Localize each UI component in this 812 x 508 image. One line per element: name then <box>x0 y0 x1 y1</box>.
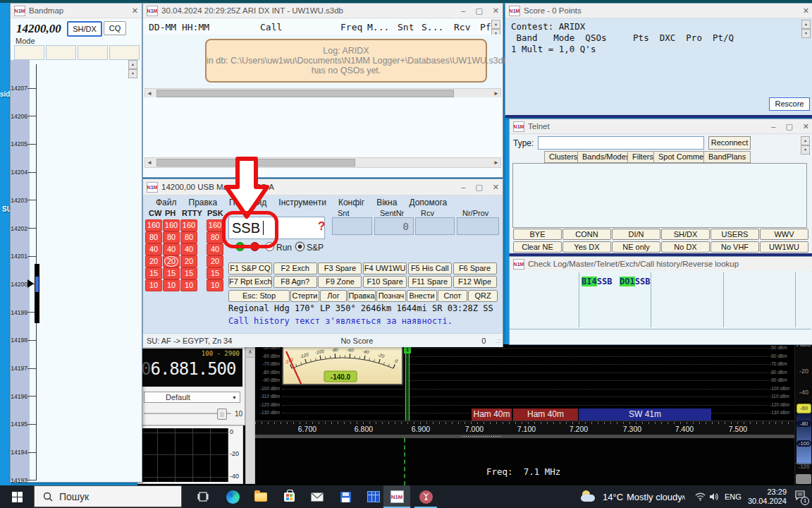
telnet-button-bye[interactable]: BYE <box>513 229 562 240</box>
n1mm-taskbar-icon[interactable]: N1M <box>383 485 410 508</box>
maximize-icon[interactable]: ▢ <box>785 120 792 133</box>
band-button-160[interactable]: 160 <box>163 219 180 231</box>
telnet-button-clear-ne[interactable]: Clear NE <box>513 241 562 253</box>
band-button-80[interactable]: 80 <box>180 231 197 243</box>
band-plan-box[interactable]: Ham 40m <box>472 409 512 421</box>
scroll-right-icon[interactable]: ► <box>492 90 500 97</box>
tray-chevron-icon[interactable]: ∧ <box>681 485 686 508</box>
notification-icon[interactable]: 1 <box>791 485 809 508</box>
check-callsign[interactable]: DO1SSB <box>620 277 650 286</box>
telnet-button-conn[interactable]: CONN <box>562 229 611 240</box>
band-button-10[interactable]: 10 <box>145 279 162 291</box>
log-column-header[interactable]: S... <box>422 22 443 32</box>
scroll-right-icon[interactable]: ► <box>492 159 500 166</box>
fkey-button-7[interactable]: F7 Rpt Exch <box>228 276 272 288</box>
language-indicator[interactable]: ENG <box>725 485 742 508</box>
telnet-button-no-vhf[interactable]: No VHF <box>710 241 759 253</box>
clock[interactable]: 23:29 30.04.2024 <box>744 485 787 508</box>
bandmap-mode-box[interactable] <box>46 45 76 60</box>
band-button-15[interactable]: 15 <box>163 267 180 279</box>
action-button-1[interactable]: Стерти <box>290 290 319 302</box>
spin-down-icon[interactable]: ▼ <box>128 69 137 78</box>
check-titlebar[interactable]: N1M Check Log/Master/Telnet/Exch/Call hi… <box>510 257 812 272</box>
score-titlebar[interactable]: N1M Score - 0 Points ✕ <box>505 4 812 18</box>
spin-up-icon[interactable]: ▲ <box>801 20 811 29</box>
range-gradient[interactable]: -80 -100 <box>796 413 811 464</box>
store-icon[interactable] <box>275 485 303 508</box>
cq-button[interactable]: CQ <box>104 21 126 35</box>
spin-down-icon[interactable]: ▼ <box>801 29 811 38</box>
fkey-button-11[interactable]: F11 Spare <box>408 276 452 288</box>
telnet-titlebar[interactable]: N1M Telnet – ▢ ✕ <box>510 119 812 134</box>
spin-up-icon[interactable]: ▲ <box>128 60 137 69</box>
maximize-icon[interactable]: ▢ <box>475 4 482 17</box>
menu-файл[interactable]: Файл <box>156 198 177 207</box>
maximize-icon[interactable]: ▢ <box>475 181 482 193</box>
log-column-header[interactable]: DD-MM HH:MM <box>149 22 209 32</box>
band-plan-box[interactable]: Ham 40m <box>513 409 578 421</box>
band-button-40[interactable]: 40 <box>207 243 223 255</box>
spin-up-icon[interactable]: ▲ <box>801 136 810 145</box>
weather-icon[interactable] <box>578 485 599 508</box>
telnet-button-ne-only[interactable]: NE only <box>612 241 660 253</box>
band-button-160[interactable]: 160 <box>180 219 197 231</box>
preset-dropdown[interactable]: Default ▼ <box>144 392 240 403</box>
close-icon[interactable]: ✕ <box>803 120 809 133</box>
band-button-160[interactable]: 160 <box>207 219 223 231</box>
waterfall[interactable]: Freq: 7.1 MHz <box>255 438 794 485</box>
shdx-button[interactable]: SH/DX <box>67 21 102 37</box>
scroll-up-icon[interactable]: ∧ <box>246 346 254 358</box>
scroll-left-icon[interactable]: ◄ <box>145 159 154 166</box>
telnet-type-input[interactable] <box>538 136 704 150</box>
band-button-40[interactable]: 40 <box>180 243 197 255</box>
check-callsign[interactable]: BI4SSB <box>582 277 612 286</box>
bandmap-mode-box[interactable] <box>109 45 140 60</box>
action-button-5[interactable]: Внести <box>407 290 437 302</box>
action-button-4[interactable]: Познач <box>376 290 406 302</box>
action-button-3[interactable]: Правка <box>347 290 376 302</box>
entry-titlebar[interactable]: N1M 14200,00 USB Manual - VFO A – ▢ ✕ <box>143 179 503 195</box>
rescore-button[interactable]: Rescore <box>769 97 810 111</box>
action-button-7[interactable]: QRZ <box>468 290 498 302</box>
telnet-button-no-dx[interactable]: No DX <box>661 241 710 253</box>
telnet-button-yes-dx[interactable]: Yes DX <box>562 241 611 253</box>
minimize-icon[interactable]: – <box>771 120 775 133</box>
band-button-15[interactable]: 15 <box>180 267 197 279</box>
bandmap-mode-box[interactable] <box>78 45 108 60</box>
band-button-20[interactable]: 20 <box>207 255 223 267</box>
band-button-80[interactable]: 80 <box>163 231 180 243</box>
volume-icon[interactable] <box>706 485 722 508</box>
band-plan-box[interactable]: SW 41m <box>579 409 711 421</box>
menu-інструменти[interactable]: Інструменти <box>278 198 326 207</box>
mail-icon[interactable] <box>303 485 331 508</box>
sp-radio[interactable] <box>295 242 304 251</box>
menu-вікна[interactable]: Вікна <box>376 198 397 207</box>
desktop-icon-label[interactable]: sid <box>0 90 10 98</box>
fkey-button-9[interactable]: F9 Zone <box>318 276 362 288</box>
fkey-button-12[interactable]: F12 Wipe <box>453 276 497 288</box>
log-column-header[interactable]: Snt <box>398 22 414 32</box>
floppy-app-icon[interactable] <box>331 485 359 508</box>
log-hscrollbar2[interactable]: ◄ ► <box>144 157 501 168</box>
band-button-15[interactable]: 15 <box>145 267 162 279</box>
field-input-sentnr[interactable]: 0 <box>374 217 414 235</box>
start-button[interactable] <box>0 485 34 508</box>
menu-допомога[interactable]: Допомога <box>409 198 447 207</box>
close-icon[interactable]: ✕ <box>493 181 499 193</box>
band-button-15[interactable]: 15 <box>207 267 223 279</box>
field-input-snt[interactable] <box>332 217 372 235</box>
menu-конфіг[interactable]: Конфіг <box>338 198 364 207</box>
menu-правка[interactable]: Правка <box>189 198 218 207</box>
band-button-80[interactable]: 80 <box>207 231 223 243</box>
fkey-button-4[interactable]: F4 UW1WU <box>363 262 407 274</box>
telnet-button-sh-dx[interactable]: SH/DX <box>661 229 710 240</box>
telnet-button-wwv[interactable]: WWV <box>760 229 808 240</box>
weather-temp[interactable]: 14°C <box>603 485 623 508</box>
scroll-left-icon[interactable]: ◄ <box>145 90 154 97</box>
resize-grip[interactable]: .:: <box>496 337 501 344</box>
minimize-icon[interactable]: – <box>461 181 465 193</box>
spin-down-icon[interactable]: ▼ <box>801 145 810 155</box>
search-box[interactable]: Пошук <box>34 485 182 507</box>
action-button-6[interactable]: Спот <box>438 290 467 302</box>
band-button-160[interactable]: 160 <box>145 219 162 231</box>
